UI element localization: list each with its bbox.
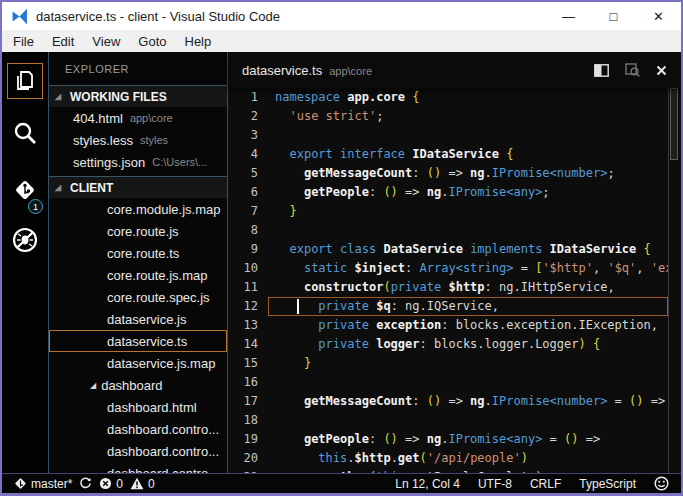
- section-twisty-icon: ◢: [55, 183, 65, 192]
- code-line-1[interactable]: 1namespace app.core {: [228, 88, 668, 107]
- file-name: core.route.js.map: [107, 268, 207, 283]
- section-label: WORKING FILES: [70, 90, 167, 104]
- code-line-13[interactable]: 13 private exception: blocks.exception.I…: [228, 316, 668, 335]
- vscode-window: dataservice.ts - client - Visual Studio …: [0, 0, 683, 496]
- line-number: 14: [228, 335, 258, 354]
- line-number: 12: [228, 297, 258, 316]
- scrollbar-thumb[interactable]: [670, 88, 678, 160]
- section-header-client[interactable]: ◢CLIENT: [49, 176, 227, 198]
- line-content: }: [258, 354, 311, 373]
- code-line-8[interactable]: 8: [228, 221, 668, 240]
- warning-icon: [130, 477, 144, 490]
- code-line-9[interactable]: 9 export class DataService implements ID…: [228, 240, 668, 259]
- editor-group: dataservice.tsapp\core: [228, 52, 681, 473]
- folder-item-dashboard[interactable]: ◢dashboard: [49, 374, 227, 396]
- file-item-dashboard.html[interactable]: dashboard.html: [49, 396, 227, 418]
- file-item-dataservice.ts[interactable]: dataservice.ts: [49, 330, 227, 352]
- code-line-10[interactable]: 10 static $inject: Array<string> = ['$ht…: [228, 259, 668, 278]
- line-number: 3: [228, 126, 258, 145]
- explorer-activity-button[interactable]: [2, 62, 48, 100]
- file-item-dataservice.js.map[interactable]: dataservice.js.map: [49, 352, 227, 374]
- code-line-5[interactable]: 5 getMessageCount: () => ng.IPromise<num…: [228, 164, 668, 183]
- file-item-core.module.js.map[interactable]: core.module.js.map: [49, 198, 227, 220]
- menu-edit[interactable]: Edit: [43, 30, 83, 52]
- vscode-logo-icon: [11, 8, 28, 25]
- file-detail: C:\Users\...: [152, 156, 207, 168]
- code-line-12[interactable]: 12 private $q: ng.IQService,: [228, 297, 668, 316]
- section-header-working-files[interactable]: ◢WORKING FILES: [49, 85, 227, 107]
- menu-goto[interactable]: Goto: [129, 30, 175, 52]
- git-activity-button[interactable]: 1: [2, 170, 48, 212]
- maximize-button[interactable]: □: [591, 2, 636, 30]
- close-button[interactable]: ✕: [636, 2, 681, 30]
- warning-status[interactable]: 0: [130, 477, 155, 491]
- code-editor[interactable]: 1namespace app.core {2 'use strict';34 e…: [228, 88, 668, 473]
- tab-dataservice[interactable]: dataservice.tsapp\core: [242, 63, 372, 78]
- code-line-6[interactable]: 6 getPeople: () => ng.IPromise<any>;: [228, 183, 668, 202]
- line-number: 19: [228, 430, 258, 449]
- editor-title-bar: dataservice.tsapp\core: [228, 52, 681, 88]
- section-twisty-icon: ◢: [55, 92, 65, 101]
- git-branch-status[interactable]: master*: [14, 477, 72, 491]
- code-line-2[interactable]: 2 'use strict';: [228, 107, 668, 126]
- preview-icon[interactable]: [625, 63, 640, 77]
- line-number: 2: [228, 107, 258, 126]
- feedback-smiley-icon[interactable]: [654, 476, 669, 491]
- language-mode[interactable]: TypeScript: [579, 477, 636, 491]
- line-content: 'use strict';: [258, 107, 383, 126]
- editor-scrollbar[interactable]: [668, 88, 678, 473]
- file-item-settings.json[interactable]: settings.jsonC:\Users\...: [49, 151, 227, 173]
- debug-activity-button[interactable]: [2, 220, 48, 260]
- search-activity-button[interactable]: [2, 114, 48, 152]
- window-border-top: [0, 0, 683, 2]
- code-line-18[interactable]: 18: [228, 411, 668, 430]
- menu-file[interactable]: File: [4, 30, 43, 52]
- tab-file-name: dataservice.ts: [242, 63, 322, 78]
- eol-sequence[interactable]: CRLF: [530, 477, 561, 491]
- code-line-3[interactable]: 3: [228, 126, 668, 145]
- code-line-19[interactable]: 19 getPeople: () => ng.IPromise<any> = (…: [228, 430, 668, 449]
- line-content: private exception: blocks.exception.IExc…: [258, 316, 658, 335]
- code-line-7[interactable]: 7 }: [228, 202, 668, 221]
- encoding[interactable]: UTF-8: [478, 477, 512, 491]
- line-content: getMessageCount: () => ng.IPromise<numbe…: [258, 164, 615, 183]
- file-item-dashboard.contro...[interactable]: dashboard.contro...: [49, 418, 227, 440]
- minimize-button[interactable]: —: [546, 2, 591, 30]
- file-item-styles.less[interactable]: styles.lessstyles: [49, 129, 227, 151]
- git-badge: 1: [28, 199, 43, 214]
- split-editor-icon[interactable]: [594, 64, 609, 77]
- file-name: dataservice.ts: [107, 334, 187, 349]
- file-item-dataservice.js[interactable]: dataservice.js: [49, 308, 227, 330]
- code-line-20[interactable]: 20 this.$http.get('/api/people'): [228, 449, 668, 468]
- file-item-core.route.spec.js[interactable]: core.route.spec.js: [49, 286, 227, 308]
- close-tab-icon[interactable]: [656, 65, 667, 76]
- file-item-dashboard.contro...[interactable]: dashboard.contro...: [49, 462, 227, 473]
- file-name: core.module.js.map: [107, 202, 220, 217]
- code-line-17[interactable]: 17 getMessageCount: () => ng.IPromise<nu…: [228, 392, 668, 411]
- menu-help[interactable]: Help: [176, 30, 221, 52]
- line-content: [258, 411, 275, 430]
- code-line-15[interactable]: 15 }: [228, 354, 668, 373]
- code-line-14[interactable]: 14 private logger: blocks.logger.Logger)…: [228, 335, 668, 354]
- line-content: private $q: ng.IQService,: [258, 297, 499, 316]
- line-number: 10: [228, 259, 258, 278]
- section-label: CLIENT: [70, 181, 113, 195]
- line-content: [258, 373, 275, 392]
- menu-view[interactable]: View: [83, 30, 129, 52]
- file-name: dashboard.contro...: [107, 444, 219, 459]
- sync-icon: [79, 477, 92, 490]
- cursor-position[interactable]: Ln 12, Col 4: [395, 477, 460, 491]
- file-item-core.route.ts[interactable]: core.route.ts: [49, 242, 227, 264]
- debug-icon: [10, 225, 40, 255]
- file-item-dashboard.contro...[interactable]: dashboard.contro...: [49, 440, 227, 462]
- code-line-4[interactable]: 4 export interface IDataService {: [228, 145, 668, 164]
- code-line-11[interactable]: 11 constructor(private $http: ng.IHttpSe…: [228, 278, 668, 297]
- error-status[interactable]: 0: [99, 477, 123, 491]
- line-number: 6: [228, 183, 258, 202]
- file-item-core.route.js.map[interactable]: core.route.js.map: [49, 264, 227, 286]
- file-item-core.route.js[interactable]: core.route.js: [49, 220, 227, 242]
- line-content: }: [258, 202, 297, 221]
- sync-button[interactable]: [79, 477, 92, 490]
- code-line-16[interactable]: 16: [228, 373, 668, 392]
- file-item-404.html[interactable]: 404.htmlapp\core: [49, 107, 227, 129]
